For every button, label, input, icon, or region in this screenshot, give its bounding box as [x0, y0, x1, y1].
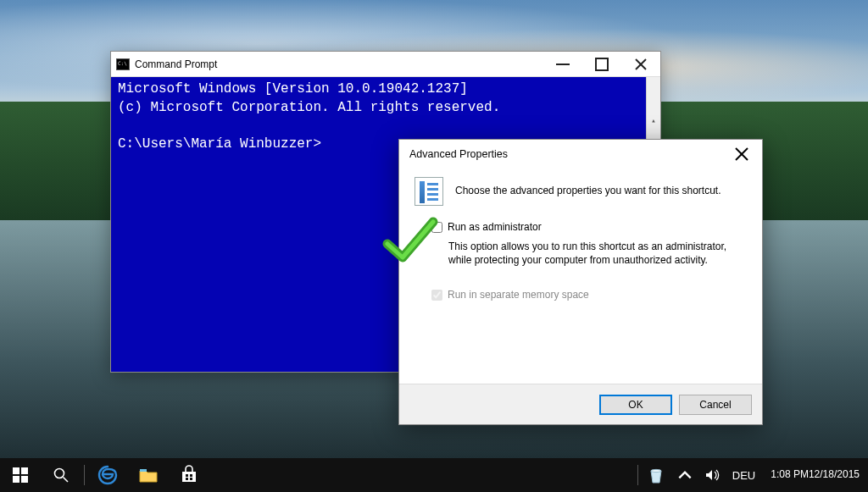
- search-button[interactable]: [41, 458, 81, 492]
- advanced-properties-dialog: Advanced Properties Choose the advanced …: [398, 139, 763, 425]
- chevron-up-icon: [676, 467, 693, 484]
- svg-point-10: [55, 469, 64, 478]
- properties-icon: [415, 177, 443, 206]
- taskbar-separator: [84, 465, 85, 485]
- separate-memory-label: Run in separate memory space: [448, 289, 589, 301]
- start-button[interactable]: [0, 458, 41, 492]
- cmd-prompt: C:\Users\María Winbuzzer>: [118, 136, 321, 152]
- taskbar: DEU 1:08 PM 12/18/2015: [0, 458, 868, 492]
- separate-memory-option: Run in separate memory space: [431, 289, 747, 301]
- svg-rect-12: [140, 469, 147, 472]
- folder-icon: [138, 465, 159, 485]
- edge-icon: [97, 465, 118, 485]
- svg-rect-15: [186, 478, 188, 480]
- dialog-instruction: Choose the advanced properties you want …: [455, 185, 721, 198]
- search-icon: [53, 467, 70, 484]
- cmd-line1: Microsoft Windows [Version 10.0.19042.12…: [118, 81, 468, 97]
- cmd-line2: (c) Microsoft Corporation. All rights re…: [118, 100, 500, 115]
- taskbar-separator: [637, 465, 638, 485]
- run-as-admin-option: Run as administrator This option allows …: [431, 221, 747, 267]
- svg-rect-7: [21, 467, 28, 474]
- cmd-title: Command Prompt: [135, 58, 543, 70]
- edge-taskbar-button[interactable]: [87, 458, 128, 492]
- dialog-title: Advanced Properties: [409, 148, 723, 160]
- svg-rect-8: [13, 476, 19, 483]
- run-as-admin-checkbox[interactable]: [431, 222, 442, 233]
- run-as-admin-label: Run as administrator: [448, 221, 542, 233]
- store-icon: [179, 465, 199, 485]
- recycle-bin-tray[interactable]: [641, 458, 671, 492]
- run-as-admin-description: This option allows you to run this short…: [448, 240, 738, 267]
- svg-line-11: [64, 478, 69, 483]
- svg-point-17: [651, 469, 661, 472]
- dialog-close-button[interactable]: [723, 141, 760, 167]
- close-button[interactable]: [621, 52, 660, 76]
- ok-button[interactable]: OK: [599, 395, 672, 415]
- maximize-button[interactable]: [582, 52, 621, 76]
- language-indicator[interactable]: DEU: [726, 458, 762, 492]
- recycle-bin-icon: [646, 465, 666, 485]
- svg-rect-1: [596, 58, 608, 70]
- clock-tray[interactable]: 1:08 PM 12/18/2015: [762, 458, 868, 492]
- speaker-icon: [704, 467, 721, 484]
- minimize-button[interactable]: [543, 52, 582, 76]
- file-explorer-taskbar-button[interactable]: [128, 458, 169, 492]
- cmd-titlebar[interactable]: Command Prompt: [111, 52, 660, 77]
- svg-rect-14: [190, 474, 192, 477]
- windows-logo-icon: [12, 467, 29, 484]
- volume-tray[interactable]: [698, 458, 726, 492]
- tray-overflow-button[interactable]: [671, 458, 698, 492]
- store-taskbar-button[interactable]: [169, 458, 209, 492]
- dialog-titlebar[interactable]: Advanced Properties: [399, 140, 762, 169]
- cmd-icon: [116, 58, 130, 70]
- clock-date: 12/18/2015: [809, 469, 860, 480]
- language-label: DEU: [732, 469, 755, 482]
- clock-time: 1:08 PM: [771, 469, 809, 480]
- svg-rect-9: [21, 476, 28, 483]
- svg-rect-16: [190, 478, 192, 480]
- separate-memory-checkbox: [431, 290, 442, 301]
- svg-rect-6: [13, 467, 19, 474]
- svg-rect-13: [186, 474, 188, 477]
- cancel-button[interactable]: Cancel: [679, 395, 752, 415]
